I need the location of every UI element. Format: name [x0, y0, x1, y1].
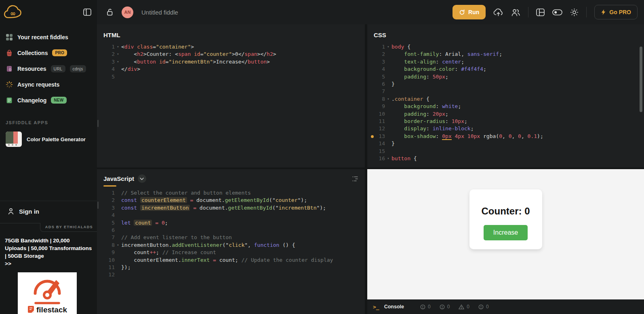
fold-gutter [385, 81, 391, 88]
gutter-marker [97, 43, 107, 51]
css-panel-header: CSS [367, 24, 644, 38]
code-text: const counterElement = document.getEleme… [121, 197, 307, 204]
code-text: background: white; [391, 103, 461, 110]
line-number: 16 [377, 155, 385, 162]
topbar-divider [586, 7, 587, 17]
panel-resize-handle[interactable] [97, 202, 99, 209]
ad-header: ADS BY ETHICALADS [0, 223, 97, 232]
panel-resize-handle[interactable] [97, 120, 99, 127]
code-text: // Add event listener to the button [121, 234, 232, 241]
css-scrollbar-thumb[interactable] [640, 47, 642, 112]
code-text: padding: 20px; [391, 110, 448, 118]
code-text: <div class="container"> [121, 43, 194, 51]
line-number: 4 [107, 212, 115, 219]
code-text: box-shadow: 0px 4px 10px rgba(0, 0, 0, 0… [391, 133, 543, 140]
fold-arrow-icon[interactable]: ▾ [115, 43, 121, 51]
sign-in-label: Sign in [19, 208, 39, 215]
warning-triangle-icon [459, 304, 464, 310]
fold-arrow-icon[interactable]: ▾ [385, 155, 391, 162]
gutter-marker [367, 140, 377, 147]
code-line: 1▾body { [367, 43, 644, 51]
changelog-icon [6, 97, 13, 104]
gutter-marker [97, 249, 107, 256]
fold-arrow-icon[interactable]: ▾ [385, 43, 391, 51]
line-number: 7 [107, 234, 115, 241]
sign-in-button[interactable]: Sign in [0, 201, 97, 221]
console-info-count: 0 [440, 304, 450, 310]
fold-gutter [385, 66, 391, 73]
gutter-marker [97, 212, 107, 219]
increase-button[interactable]: Increase [484, 225, 528, 240]
code-line: 4 [97, 212, 365, 219]
avatar[interactable]: AN [122, 6, 133, 18]
gutter-marker [97, 219, 107, 227]
filestack-ad-image[interactable]: filestack [18, 272, 77, 314]
lightning-bolt-icon [601, 9, 606, 15]
code-line: 16▾button { [367, 155, 644, 162]
topbar-middle: AN Untitled fiddle [97, 0, 178, 24]
language-dropdown[interactable] [138, 174, 146, 183]
line-number: 5 [107, 73, 115, 81]
info-circle-icon [440, 304, 445, 310]
fiddle-title[interactable]: Untitled fiddle [141, 9, 178, 16]
sidebar-item-resources[interactable]: Resources URL cdnjs [0, 61, 97, 76]
topbar-divider [528, 7, 528, 17]
layout-icon[interactable] [536, 8, 545, 16]
code-line: 5let count = 0; [97, 219, 365, 227]
notebook-icon [6, 65, 13, 72]
counter-heading: Counter: 0 [482, 206, 530, 217]
error-circle-icon [420, 304, 425, 310]
js-code-editor[interactable]: 1// Select the counter and button elemen… [97, 189, 365, 279]
code-text: <button id="incrementBtn">Increase</butt… [121, 58, 270, 66]
ads-by-label[interactable]: ADS BY ETHICALADS [40, 223, 97, 232]
css-code-editor[interactable]: 1▾body {2 font-family: Arial, sans-serif… [367, 43, 644, 163]
sidebar-item-recent-fiddles[interactable]: Your recent fiddles [0, 29, 97, 45]
gutter-marker [367, 51, 377, 58]
js-panel-header: JavaScript [97, 169, 365, 183]
fold-gutter [385, 110, 391, 118]
sidebar-toggle-icon[interactable] [83, 8, 91, 16]
sidebar-item-label: Collections [17, 50, 48, 56]
sidebar-item-async-requests[interactable]: Async requests [0, 76, 97, 92]
fold-arrow-icon[interactable]: ▾ [115, 51, 121, 58]
fold-gutter [115, 66, 121, 73]
jsfiddle-logo[interactable]: ∞ [3, 3, 23, 21]
html-code-editor[interactable]: 1▾<div class="container">2▾ <h2>Counter:… [97, 43, 365, 81]
go-pro-button[interactable]: Go PRO [594, 5, 638, 19]
fold-arrow-icon[interactable]: ▾ [115, 58, 121, 66]
ad-more-link[interactable]: >> [0, 260, 97, 267]
fold-arrow-icon[interactable]: ▾ [115, 242, 121, 249]
privacy-unlock-icon[interactable] [106, 8, 114, 16]
sidebar-item-changelog[interactable]: Changelog NEW [0, 92, 97, 108]
run-button[interactable]: Run [452, 5, 486, 19]
ad-text[interactable]: 75GB Bandwidth | 20,000 Uploads | 50,000… [0, 232, 97, 260]
line-number: 1 [377, 43, 385, 51]
save-cloud-icon[interactable] [493, 8, 503, 17]
apps-section-header: JSFIDDLE APPS [6, 120, 91, 125]
code-text: count++; // Increase count [121, 249, 216, 256]
gutter-marker [367, 125, 377, 132]
code-text: text-align: center; [391, 58, 464, 66]
fold-arrow-icon[interactable]: ▾ [385, 95, 391, 103]
console-bar[interactable]: >_ Console 0 0 [367, 299, 644, 314]
fold-gutter [115, 257, 121, 264]
line-number: 7 [377, 88, 385, 95]
sidebar: Your recent fiddles Collections PRO [0, 24, 97, 314]
sidebar-item-collections[interactable]: Collections PRO [0, 45, 97, 61]
theme-sun-icon[interactable] [570, 8, 579, 17]
app-item-label: Color Palette Generator [27, 136, 86, 142]
app-item-color-palette-generator[interactable]: Color Palette Generator [0, 129, 97, 149]
line-number: 15 [377, 148, 385, 155]
line-number: 10 [377, 110, 385, 118]
line-number: 4 [107, 66, 115, 73]
sidebar-item-label: Changelog [17, 97, 46, 104]
code-line: 2const counterElement = document.getElem… [97, 197, 365, 204]
fold-gutter [385, 58, 391, 66]
url-badge: URL [51, 65, 65, 72]
gutter-marker [367, 88, 377, 95]
code-line: 12 display: inline-block; [367, 125, 644, 132]
gutter-marker [367, 58, 377, 66]
tidy-code-icon[interactable] [352, 176, 358, 182]
collaborate-icon[interactable] [511, 8, 520, 16]
toggle-switch-icon[interactable] [552, 9, 562, 15]
